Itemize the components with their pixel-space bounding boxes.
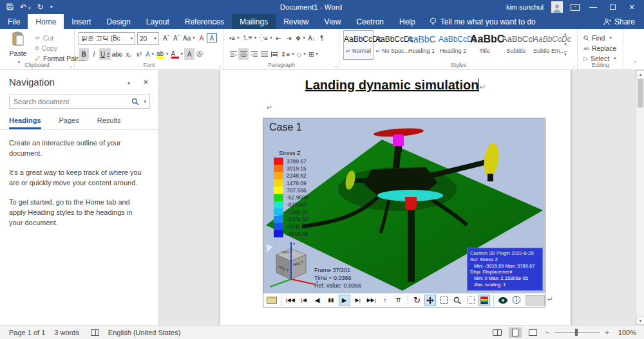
tell-me-box[interactable]: Tell me what you want to do	[423, 14, 542, 29]
customize-qat-icon[interactable]: ▾	[50, 5, 53, 10]
next-frame-button[interactable]: ▶|	[352, 295, 364, 306]
navigation-close-icon[interactable]: ×	[143, 77, 148, 87]
scroll-up-icon[interactable]: ▴	[636, 70, 644, 78]
play-reverse-button[interactable]: ◀	[312, 295, 323, 306]
asian-layout-button[interactable]: ❖▾	[294, 32, 307, 44]
tab-references[interactable]: References	[177, 14, 232, 29]
word-count[interactable]: 3 words	[54, 329, 79, 336]
search-icon[interactable]	[131, 98, 139, 105]
tab-ceetron[interactable]: Ceetron	[348, 14, 392, 29]
vertical-scrollbar[interactable]: ▴ ▾	[636, 70, 644, 325]
zoom-out-icon[interactable]: −	[545, 328, 549, 337]
step-up-button[interactable]: ↑	[379, 295, 391, 306]
find-button[interactable]: Find▾	[583, 33, 616, 43]
style-normal[interactable]: AaBbCcDc↵ Normal	[343, 30, 374, 60]
simulation-viewport[interactable]: Pos Z Neg X Neg Y x z Case 1 Stress Z 37…	[263, 118, 545, 293]
undo-icon[interactable]: ↶▾	[20, 3, 31, 11]
scroll-down-icon[interactable]: ▾	[636, 316, 644, 325]
font-size-combo[interactable]: 20▾	[137, 32, 159, 45]
highlight-color-button[interactable]: ab▾	[155, 48, 170, 60]
visibility-eye-icon[interactable]	[497, 295, 509, 306]
play-button[interactable]: ▶	[339, 295, 350, 306]
replace-button[interactable]: abReplace	[583, 43, 616, 53]
style-subtle-emphasis[interactable]: AaBbCcDcSubtle Em...	[533, 30, 563, 60]
italic-button[interactable]: I	[89, 48, 99, 60]
tab-review[interactable]: Review	[276, 14, 316, 29]
styles-scroll-down-icon[interactable]: ▾	[564, 42, 567, 47]
tab-file[interactable]: File	[0, 14, 28, 29]
styles-scroll-up-icon[interactable]: ▴	[564, 32, 567, 37]
region-select-icon[interactable]	[465, 295, 477, 306]
info-button[interactable]: ⓘ	[511, 295, 522, 306]
zoom-level[interactable]: 100%	[614, 329, 636, 336]
text-effects-button[interactable]: A▾	[144, 48, 155, 60]
styles-dialog-launcher[interactable]: ⌟	[573, 62, 575, 68]
font-color-button[interactable]: A▾	[170, 48, 185, 60]
increase-indent-button[interactable]: ⇥	[284, 32, 294, 44]
subscript-button[interactable]: x₂	[124, 48, 134, 60]
rotate-view-icon[interactable]: ↻	[411, 295, 422, 306]
style-no-spacing[interactable]: AaBbCcDc↵ No Spac...	[375, 30, 405, 60]
toolbar-blank-button[interactable]	[526, 295, 545, 306]
search-options-caret-icon[interactable]: ▾	[144, 99, 146, 104]
style-title[interactable]: AaBbCTitle	[469, 30, 500, 60]
shrink-font-button[interactable]: Aˇ	[171, 32, 182, 44]
tab-design[interactable]: Design	[99, 14, 138, 29]
embedded-3d-object[interactable]: Pos Z Neg X Neg Y x z Case 1 Stress Z 37…	[263, 118, 545, 307]
style-subtitle[interactable]: AaBbCclSubtitle	[501, 30, 531, 60]
zoom-slider[interactable]	[554, 332, 600, 333]
character-shading-button[interactable]: A	[184, 48, 194, 60]
viewport-arrow-marker[interactable]	[266, 244, 273, 252]
previous-frame-button[interactable]: |◀	[298, 295, 310, 306]
ribbon-display-options-icon[interactable]: ⌃	[571, 4, 580, 11]
zoom-in-icon[interactable]: +	[605, 328, 609, 337]
bold-button[interactable]: B	[79, 48, 89, 60]
strikethrough-button[interactable]: abc	[111, 48, 124, 60]
styles-gallery-more-icon[interactable]: ▾	[564, 51, 567, 57]
style-heading-1[interactable]: AaBbCHeading 1	[406, 30, 437, 60]
zoom-fit-icon[interactable]	[438, 295, 450, 306]
account-user-name[interactable]: kim sunchul	[506, 3, 544, 11]
shading-button[interactable]: ◇▾	[296, 48, 307, 60]
web-layout-icon[interactable]	[527, 327, 540, 338]
numbering-button[interactable]: ⒈≡▾	[241, 32, 258, 44]
redo-icon[interactable]: ↻	[37, 3, 44, 11]
character-border-button[interactable]: A	[207, 33, 217, 42]
tab-mailings[interactable]: Mailings	[232, 14, 276, 29]
window-mode-button[interactable]	[266, 295, 278, 306]
align-left-button[interactable]	[228, 48, 238, 60]
multilevel-list-button[interactable]: ⁛≡▾	[258, 32, 273, 44]
jump-up-button[interactable]: ⇈	[393, 295, 404, 306]
font-dialog-launcher[interactable]: ⌟	[218, 62, 221, 68]
maximize-button[interactable]	[607, 3, 618, 12]
nav-tab-pages[interactable]: Pages	[59, 116, 79, 129]
first-frame-button[interactable]: |◀◀	[285, 295, 296, 306]
orientation-cube[interactable]: Pos Z Neg X Neg Y x z	[270, 242, 318, 287]
tab-help[interactable]: Help	[392, 14, 423, 29]
nav-tab-results[interactable]: Results	[97, 116, 121, 129]
borders-button[interactable]: ⊞▾	[307, 48, 319, 60]
last-frame-button[interactable]: ▶▶|	[366, 295, 377, 306]
tab-layout[interactable]: Layout	[138, 14, 177, 29]
clipboard-dialog-launcher[interactable]: ⌟	[70, 62, 72, 68]
share-button[interactable]: Share	[603, 14, 644, 29]
tab-view[interactable]: View	[317, 14, 349, 29]
pan-view-icon[interactable]	[424, 295, 436, 306]
line-spacing-button[interactable]: ⇕≡▾	[279, 48, 296, 60]
clear-formatting-button[interactable]: A	[196, 32, 207, 44]
align-center-button[interactable]	[238, 48, 249, 60]
distributed-button[interactable]	[269, 48, 279, 60]
language-indicator[interactable]: English (United States)	[108, 329, 181, 336]
proofing-icon[interactable]	[91, 329, 99, 336]
legend-toggle-icon[interactable]	[478, 295, 490, 306]
search-input[interactable]	[10, 98, 131, 105]
change-case-button[interactable]: Aa▾	[182, 32, 196, 44]
underline-button[interactable]: U▾	[99, 48, 111, 60]
superscript-button[interactable]: x²	[134, 48, 144, 60]
enclose-characters-button[interactable]: Ⓐ	[194, 48, 205, 60]
avatar[interactable]	[551, 1, 563, 13]
bullets-button[interactable]: •≡▾	[228, 32, 241, 44]
paragraph-dialog-launcher[interactable]: ⌟	[334, 62, 337, 68]
decrease-indent-button[interactable]: ⇤	[274, 32, 284, 44]
minimize-button[interactable]: —	[587, 3, 599, 12]
